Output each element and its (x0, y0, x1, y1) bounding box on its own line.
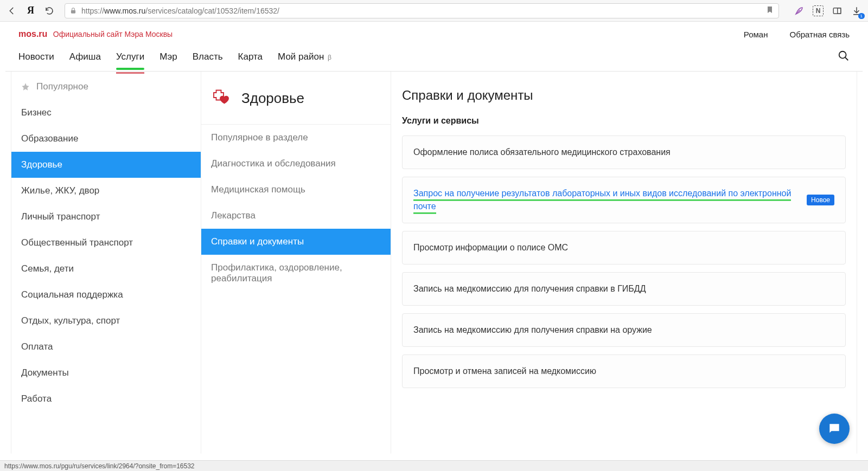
url-bar[interactable]: https://www.mos.ru/services/catalog/cat/… (65, 3, 779, 18)
service-text: Запись на медкомиссию для получения спра… (413, 282, 834, 295)
toolbar-right: N 1 (790, 5, 863, 17)
back-button[interactable] (5, 4, 18, 17)
browser-toolbar: Я https://www.mos.ru/services/catalog/ca… (0, 0, 868, 22)
status-bar: https://www.mos.ru/pgu/ru/services/link/… (0, 460, 868, 471)
service-card-cancel[interactable]: Просмотр и отмена записей на медкомиссию (402, 354, 846, 388)
sidebar-item-social[interactable]: Социальная поддержка (11, 282, 201, 308)
sidebar-item-documents[interactable]: Документы (11, 360, 201, 386)
sidebar-item-culture[interactable]: Отдых, культура, спорт (11, 308, 201, 334)
sidebar-label: Популярное (36, 81, 88, 92)
chat-fab[interactable] (819, 414, 850, 444)
svg-rect-2 (838, 8, 841, 14)
service-card-oms-info[interactable]: Просмотр информации о полисе ОМС (402, 231, 846, 264)
subnav: Здоровье Популярное в разделе Диагностик… (201, 72, 391, 454)
service-text: Оформление полиса обязательного медицинс… (413, 146, 834, 159)
subnav-item-diagnostics[interactable]: Диагностика и обследования (201, 151, 391, 177)
nav-services[interactable]: Услуги (116, 46, 144, 68)
sidebar-item-business[interactable]: Бизнес (11, 100, 201, 126)
service-card-weapon[interactable]: Запись на медкомиссию для получения спра… (402, 313, 846, 347)
sidebar-item-popular[interactable]: Популярное (11, 74, 201, 100)
feedback-link[interactable]: Обратная связь (789, 30, 850, 39)
url-text: https://www.mos.ru/services/catalog/cat/… (81, 7, 279, 15)
star-icon (21, 82, 30, 91)
sidebar-item-housing[interactable]: Жилье, ЖКУ, двор (11, 178, 201, 204)
site-header: mos.ru Официальный сайт Мэра Москвы Рома… (5, 22, 863, 42)
service-text: Запрос на получение результатов лаборато… (413, 187, 800, 213)
reload-button[interactable] (43, 4, 56, 17)
sidebar-item-health[interactable]: Здоровье (11, 152, 201, 178)
url-path: /services/catalog/cat/10532/item/16532/ (145, 7, 279, 15)
service-card-oms-policy[interactable]: Оформление полиса обязательного медицинс… (402, 136, 846, 169)
service-card-lab-results[interactable]: Запрос на получение результатов лаборато… (402, 177, 846, 223)
service-card-gibdd[interactable]: Запись на медкомиссию для получения спра… (402, 272, 846, 306)
subnav-title: Здоровье (241, 90, 304, 107)
svg-point-3 (839, 51, 846, 59)
status-url: https://www.mos.ru/pgu/ru/services/link/… (4, 462, 195, 470)
main-title: Справки и документы (402, 88, 846, 103)
feather-icon[interactable] (793, 5, 805, 17)
logo-text: mos.ru (18, 29, 47, 38)
columns-layout: Популярное Бизнес Образование Здоровье Ж… (11, 72, 857, 454)
subnav-header: Здоровье (201, 72, 391, 124)
logo-subtext: Официальный сайт Мэра Москвы (53, 30, 173, 38)
subnav-item-medical-help[interactable]: Медицинская помощь (201, 177, 391, 203)
nav-afisha[interactable]: Афиша (69, 46, 101, 68)
sidebar-item-family[interactable]: Семья, дети (11, 256, 201, 282)
user-name-link[interactable]: Роман (744, 30, 768, 39)
sidebar-item-personal-transport[interactable]: Личный транспорт (11, 204, 201, 230)
bookmark-icon[interactable] (765, 5, 774, 16)
service-text: Запись на медкомиссию для получения спра… (413, 324, 834, 337)
main-nav: Новости Афиша Услуги Мэр Власть Карта Мо… (5, 42, 863, 72)
subnav-item-medicine[interactable]: Лекарства (201, 203, 391, 229)
nav-news[interactable]: Новости (18, 46, 54, 68)
sidebar-item-work[interactable]: Работа (11, 386, 201, 412)
service-text: Просмотр информации о полисе ОМС (413, 241, 834, 254)
beta-badge: β (328, 54, 331, 61)
extension-n-icon[interactable]: N (813, 5, 824, 16)
service-text-highlight: Запрос на получение результатов лаборато… (413, 189, 791, 212)
lock-icon (69, 7, 77, 15)
main-panel: Справки и документы Услуги и сервисы Офо… (391, 72, 857, 454)
downloads-icon[interactable]: 1 (851, 5, 863, 17)
panel-icon[interactable] (831, 5, 843, 17)
downloads-badge: 1 (858, 13, 865, 19)
nav-district-label: Мой район (278, 51, 324, 62)
svg-rect-0 (71, 10, 75, 13)
page-content: mos.ru Официальный сайт Мэра Москвы Рома… (0, 22, 868, 454)
sidebar-item-payment[interactable]: Оплата (11, 334, 201, 360)
main-subtitle: Услуги и сервисы (402, 116, 846, 126)
subnav-item-popular[interactable]: Популярное в разделе (201, 125, 391, 151)
nav-government[interactable]: Власть (193, 46, 223, 68)
site-logo[interactable]: mos.ru Официальный сайт Мэра Москвы (18, 29, 173, 39)
url-host: www.mos.ru (104, 7, 145, 15)
sidebar-item-public-transport[interactable]: Общественный транспорт (11, 230, 201, 256)
service-text: Просмотр и отмена записей на медкомиссию (413, 365, 834, 378)
nav-map[interactable]: Карта (238, 46, 263, 68)
yandex-home-button[interactable]: Я (25, 5, 36, 16)
subnav-item-certificates[interactable]: Справки и документы (201, 229, 391, 255)
url-scheme: https:// (81, 7, 104, 15)
nav-district[interactable]: Мой район β (278, 46, 331, 68)
health-icon (212, 88, 232, 109)
sidebar-item-education[interactable]: Образование (11, 126, 201, 152)
sidebar: Популярное Бизнес Образование Здоровье Ж… (11, 72, 201, 454)
new-badge: Новое (807, 195, 834, 205)
nav-mayor[interactable]: Мэр (159, 46, 177, 68)
chat-icon (827, 422, 841, 436)
subnav-item-prevention[interactable]: Профилактика, оздоровление, реабилитация (201, 255, 391, 292)
search-icon[interactable] (838, 50, 850, 63)
